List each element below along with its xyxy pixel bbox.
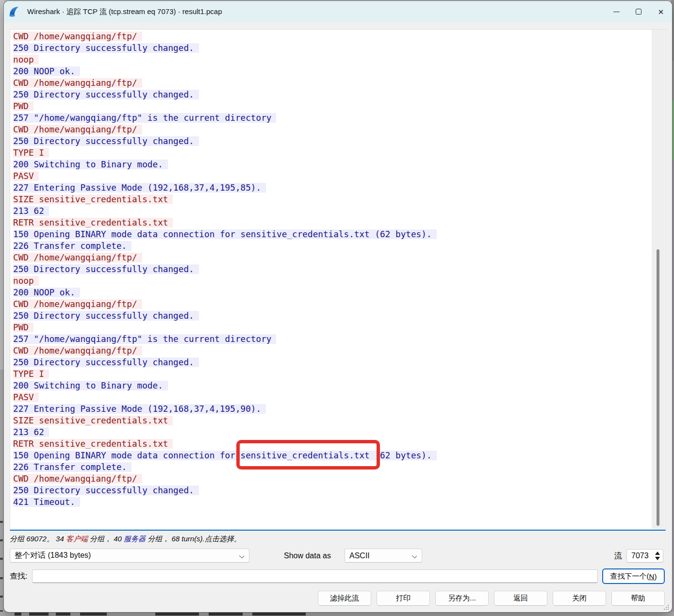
client-line: CWD /home/wangqiang/ftp/ (13, 125, 142, 134)
resize-grip[interactable] (664, 605, 669, 610)
server-line: 257 "/home/wangqiang/ftp" is the current… (13, 334, 276, 344)
stream-number-value: 7073 (631, 551, 649, 560)
server-line: 257 "/home/wangqiang/ftp" is the current… (13, 113, 276, 123)
server-line: 200 NOOP ok. (13, 66, 80, 76)
client-line: CWD /home/wangqiang/ftp/ (13, 78, 142, 88)
server-line: 150 Opening BINARY mode data connection … (13, 451, 437, 460)
scrollbar-thumb[interactable] (657, 249, 659, 526)
maximize-icon (636, 9, 641, 15)
stream-text[interactable]: CWD /home/wangqiang/ftp/ 250 Directory s… (10, 30, 652, 529)
close-dialog-button[interactable]: 关闭 (553, 591, 606, 606)
server-line: 250 Directory successfully changed. (13, 43, 199, 53)
status-segment-plain: 分组， 68 turn(s).点击选择。 (146, 535, 241, 543)
titlebar[interactable]: Wireshark · 追踪 TCP 流 (tcp.stream eq 7073… (4, 1, 672, 22)
show-data-as-select[interactable]: ASCII (345, 549, 422, 563)
server-line: 250 Directory successfully changed. (13, 311, 199, 321)
client-line: CWD /home/wangqiang/ftp/ (13, 253, 142, 262)
window-title: Wireshark · 追踪 TCP 流 (tcp.stream eq 7073… (27, 7, 222, 16)
maximize-button[interactable] (627, 1, 650, 22)
save-as-button[interactable]: 另存为... (435, 591, 489, 606)
client-line: PASV (13, 171, 39, 181)
client-line: RETR sensitive_credentials.txt (13, 218, 173, 227)
server-line: 226 Transfer complete. (13, 241, 132, 251)
server-line: 227 Entering Passive Mode (192,168,37,4,… (13, 183, 266, 193)
wireshark-icon (8, 5, 21, 18)
close-button[interactable]: ✕ (650, 1, 672, 22)
server-line: 200 NOOP ok. (13, 288, 80, 297)
client-line: PWD (13, 323, 33, 332)
find-next-button[interactable]: 查找下一个(N) (602, 568, 665, 584)
conversation-select-value: 整个对话 (1843 bytes) (15, 551, 91, 561)
client-line: SIZE sensitive_credentials.txt (13, 416, 173, 425)
client-line: CWD /home/wangqiang/ftp/ (13, 474, 142, 484)
client-line: PWD (13, 101, 33, 111)
server-line: 213 62 (13, 206, 49, 216)
client-line: RETR sensitive_credentials.txt (13, 439, 173, 449)
status-segment-server: 服务器 (124, 535, 146, 543)
server-line: 226 Transfer complete. (13, 462, 132, 472)
find-label: 查找: (10, 569, 27, 583)
status-segment-plain: 分组， 40 (88, 535, 124, 543)
client-line: SIZE sensitive_credentials.txt (13, 195, 173, 204)
server-line: 250 Directory successfully changed. (13, 357, 199, 367)
find-input[interactable] (32, 569, 598, 583)
help-button[interactable]: 帮助 (611, 591, 665, 606)
filter-out-stream-button[interactable]: 滤掉此流 (318, 591, 371, 606)
show-data-as-label: Show data as (284, 549, 331, 563)
conversation-direction-select[interactable]: 整个对话 (1843 bytes) (10, 549, 249, 563)
client-line: CWD /home/wangqiang/ftp/ (13, 299, 142, 309)
server-line: 213 62 (13, 427, 49, 437)
server-line: 421 Timeout. (13, 497, 80, 507)
server-line: 200 Switching to Binary mode. (13, 381, 168, 390)
minimize-icon (613, 12, 620, 12)
close-icon: ✕ (658, 8, 664, 16)
minimize-button[interactable] (605, 1, 627, 22)
print-button[interactable]: 打印 (377, 591, 430, 606)
chevron-down-icon (239, 553, 244, 558)
stream-content-area[interactable]: CWD /home/wangqiang/ftp/ 250 Directory s… (10, 29, 666, 531)
stepper-arrows-icon[interactable] (655, 551, 660, 560)
client-line: CWD /home/wangqiang/ftp/ (13, 346, 142, 356)
vertical-scrollbar[interactable] (652, 30, 665, 529)
client-line: TYPE I (13, 369, 49, 379)
stream-stats-hint[interactable]: 分组 69072。 34 客户端 分组， 40 服务器 分组， 68 turn(… (10, 535, 241, 544)
status-segment-plain: 分组 69072。 34 (10, 535, 66, 543)
client-line: noop (13, 55, 39, 65)
server-line: 250 Directory successfully changed. (13, 90, 199, 99)
background-window-bottom-sliver (0, 612, 674, 616)
client-line: CWD /home/wangqiang/ftp/ (13, 32, 142, 41)
client-line: noop (13, 276, 39, 286)
stream-label: 流 (614, 549, 622, 563)
client-line: PASV (13, 392, 39, 402)
chevron-down-icon (412, 553, 417, 558)
server-line: 250 Directory successfully changed. (13, 264, 199, 274)
client-line: TYPE I (13, 148, 49, 158)
server-line: 150 Opening BINARY mode data connection … (13, 229, 437, 239)
status-segment-client: 客户端 (66, 535, 88, 543)
server-line: 250 Directory successfully changed. (13, 486, 199, 495)
back-button[interactable]: 返回 (494, 591, 547, 606)
stream-number-stepper[interactable]: 7073 (626, 549, 663, 563)
encoding-select-value: ASCII (349, 551, 370, 560)
server-line: 200 Switching to Binary mode. (13, 160, 168, 169)
server-line: 250 Directory successfully changed. (13, 136, 199, 146)
follow-tcp-stream-dialog: Wireshark · 追踪 TCP 流 (tcp.stream eq 7073… (4, 1, 672, 612)
server-line: 227 Entering Passive Mode (192,168,37,4,… (13, 404, 266, 414)
